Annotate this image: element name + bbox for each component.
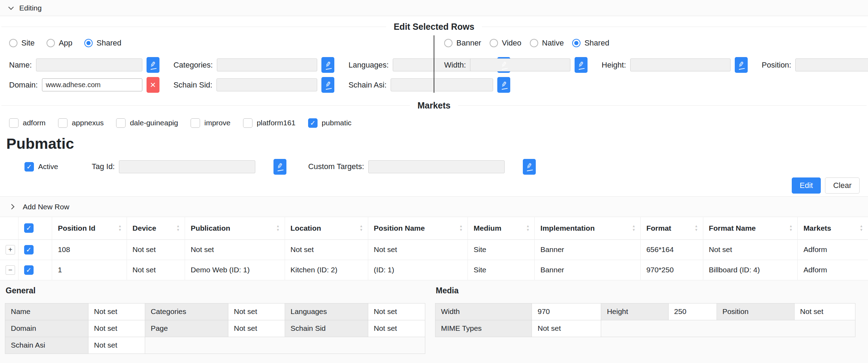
- edit-tag-id-button[interactable]: ✎: [273, 159, 286, 175]
- radio-label: Video: [502, 39, 521, 48]
- column-header-markets[interactable]: Markets▲▼: [798, 217, 868, 239]
- row-checkbox[interactable]: ✓: [24, 245, 34, 254]
- column-header-medium[interactable]: Medium▲▼: [468, 217, 535, 239]
- row-checkbox[interactable]: ✓: [24, 265, 34, 275]
- edit-width-button[interactable]: ✎: [575, 57, 588, 73]
- edit-button[interactable]: Edit: [792, 177, 821, 194]
- radio-site[interactable]: Site: [9, 39, 35, 48]
- expand-row-button[interactable]: +: [6, 245, 15, 254]
- table-row: + ✓ 108 Not set Not set Not set Not set …: [0, 239, 868, 260]
- sort-icon[interactable]: ▲▼: [860, 224, 863, 232]
- market-checkbox-appnexus[interactable]: ✓ appnexus: [58, 118, 104, 128]
- column-header-location[interactable]: Location▲▼: [285, 217, 368, 239]
- divider-line: [1, 27, 386, 27]
- sort-icon[interactable]: ▲▼: [176, 224, 180, 232]
- chevron-down-icon[interactable]: [8, 4, 14, 10]
- radio-circle: [444, 39, 453, 47]
- section-heading: Edit Selected Rows: [0, 22, 868, 32]
- check-icon: ✓: [26, 225, 31, 231]
- schain-asi-label: Schain Asi:: [348, 81, 386, 90]
- tag-id-input[interactable]: [119, 160, 255, 173]
- collapse-row-button[interactable]: −: [6, 265, 15, 275]
- column-label: Medium: [474, 224, 501, 232]
- radio-native[interactable]: Native: [530, 39, 564, 48]
- cancel-domain-button[interactable]: ✕: [147, 77, 159, 93]
- sort-down-icon: ▼: [632, 228, 635, 232]
- detail-value: 250: [668, 303, 717, 320]
- column-header-position-id[interactable]: Position Id▲▼: [52, 217, 127, 239]
- radio-media-shared[interactable]: Shared: [572, 39, 609, 48]
- column-label: Publication: [191, 224, 230, 232]
- sort-icon[interactable]: ▲▼: [459, 224, 463, 232]
- sort-icon[interactable]: ▲▼: [276, 224, 280, 232]
- detail-value: Not set: [794, 303, 855, 320]
- cell-medium: Site: [468, 239, 535, 260]
- pubmatic-active-checkbox[interactable]: ✓ Active: [24, 162, 58, 172]
- sort-icon[interactable]: ▲▼: [632, 224, 635, 232]
- pubmatic-section-title: Pubmatic: [0, 135, 868, 152]
- row-expander-cell: +: [0, 239, 18, 260]
- column-header-format-name[interactable]: Format Name▲▼: [703, 217, 798, 239]
- position-input[interactable]: [795, 58, 868, 71]
- chevron-right-icon[interactable]: [9, 204, 15, 210]
- column-header-device[interactable]: Device▲▼: [127, 217, 185, 239]
- edit-categories-button[interactable]: ✎: [321, 57, 334, 73]
- table-row: − ✓ 1 Not set Demo Web (ID: 1) Kitchen (…: [0, 260, 868, 280]
- checkbox-label: pubmatic: [322, 119, 351, 127]
- radio-label: Banner: [456, 39, 481, 48]
- select-all-checkbox[interactable]: ✓: [24, 223, 34, 233]
- sort-down-icon: ▼: [459, 228, 463, 232]
- edit-height-button[interactable]: ✎: [735, 57, 748, 73]
- radio-video[interactable]: Video: [490, 39, 521, 48]
- categories-input[interactable]: [217, 58, 317, 71]
- clear-button[interactable]: Clear: [825, 177, 860, 194]
- schain-sid-input[interactable]: [216, 78, 317, 91]
- cell-publication: Not set: [185, 239, 285, 260]
- domain-input[interactable]: [42, 78, 142, 91]
- market-checkbox-dale-guineapig[interactable]: ✓ dale-guineapig: [116, 118, 178, 128]
- market-checkbox-adform[interactable]: ✓ adform: [9, 118, 45, 128]
- general-table: Name Not set Categories Not set Language…: [5, 303, 425, 354]
- detail-row: Name Not set Categories Not set Language…: [5, 303, 425, 320]
- checkbox: ✓: [24, 162, 34, 172]
- x-icon: ✕: [150, 81, 156, 89]
- sort-icon[interactable]: ▲▼: [695, 224, 698, 232]
- radio-app[interactable]: App: [47, 39, 72, 48]
- detail-label: Position: [717, 303, 794, 320]
- sort-icon[interactable]: ▲▼: [789, 224, 792, 232]
- column-label: Format Name: [709, 224, 756, 232]
- column-header-publication[interactable]: Publication▲▼: [185, 217, 285, 239]
- market-checkbox-platform161[interactable]: ✓ platform161: [243, 118, 296, 128]
- pencil-icon: ✎: [149, 60, 157, 70]
- sort-icon[interactable]: ▲▼: [360, 224, 363, 232]
- width-input[interactable]: [470, 58, 570, 71]
- name-input[interactable]: [36, 58, 142, 71]
- empty-cell: [145, 337, 425, 354]
- column-header-format[interactable]: Format▲▼: [641, 217, 703, 239]
- edit-schain-sid-button[interactable]: ✎: [321, 77, 334, 93]
- market-checkbox-pubmatic[interactable]: ✓ pubmatic: [308, 118, 351, 128]
- detail-label: Schain Sid: [285, 320, 368, 337]
- column-header-implementation[interactable]: Implementation▲▼: [535, 217, 641, 239]
- domain-label: Domain:: [9, 81, 38, 90]
- sort-icon[interactable]: ▲▼: [526, 224, 529, 232]
- pencil-icon: ✎: [325, 80, 332, 90]
- detail-row: Domain Not set Page Not set Schain Sid N…: [5, 320, 425, 337]
- section-title: Edit Selected Rows: [394, 22, 475, 32]
- radio-label: Shared: [584, 39, 609, 48]
- custom-targets-input[interactable]: [368, 160, 505, 173]
- edit-name-button[interactable]: ✎: [147, 57, 159, 73]
- editing-panel-header[interactable]: Editing: [0, 0, 868, 16]
- pubmatic-controls: ✓ Active Tag Id: ✎ Custom Targets: ✎: [0, 159, 868, 175]
- edit-custom-targets-button[interactable]: ✎: [523, 159, 536, 175]
- cell-implementation: Banner: [535, 239, 641, 260]
- column-header-position-name[interactable]: Position Name▲▼: [368, 217, 468, 239]
- height-input[interactable]: [630, 58, 731, 71]
- sort-icon[interactable]: ▲▼: [118, 224, 122, 232]
- radio-banner[interactable]: Banner: [444, 39, 481, 48]
- radio-shared[interactable]: Shared: [84, 39, 121, 48]
- market-checkbox-improve[interactable]: ✓ improve: [191, 118, 230, 128]
- check-icon: ✓: [26, 246, 31, 253]
- detail-value: Not set: [88, 303, 145, 320]
- add-new-row-bar[interactable]: Add New Row: [0, 197, 868, 217]
